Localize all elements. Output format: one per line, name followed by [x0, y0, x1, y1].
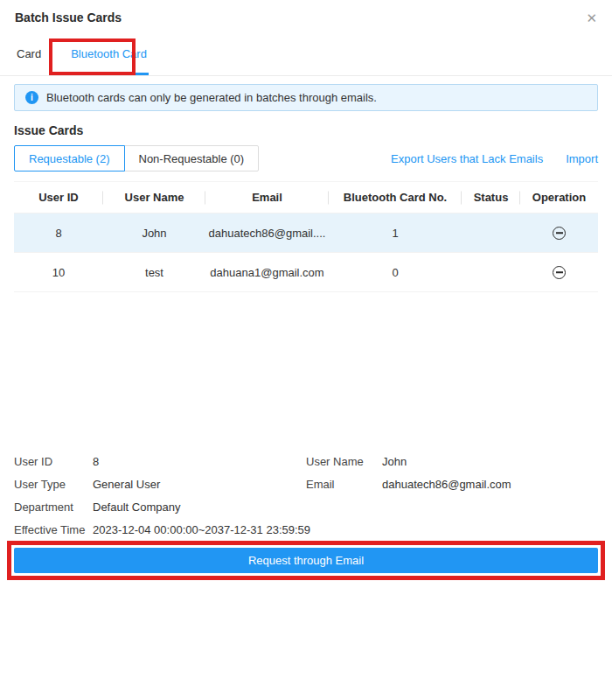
cell-user-id: 8: [14, 227, 103, 240]
detail-label: User ID: [14, 455, 93, 468]
info-icon: i: [25, 91, 38, 104]
column-header-user-name: User Name: [103, 191, 205, 204]
detail-row: Department Default Company: [14, 495, 598, 518]
export-users-link[interactable]: Export Users that Lack Emails: [391, 152, 543, 165]
column-header-user-id: User ID: [14, 191, 103, 204]
cell-card-no: 1: [329, 227, 462, 240]
tab-bar: Card Bluetooth Card: [0, 35, 612, 76]
detail-label: Department: [14, 500, 93, 514]
batch-issue-cards-dialog: Batch Issue Cards ✕ Card Bluetooth Card …: [0, 0, 612, 700]
detail-value: dahuatech86@gmail.com: [382, 478, 598, 491]
detail-value: 2023-12-04 00:00:00~2037-12-31 23:59:59: [93, 523, 310, 536]
detail-row: User ID 8 User Name John: [14, 450, 598, 472]
detail-value: 8: [93, 455, 306, 468]
filter-segmented-control: Requestable (2) Non-Requestable (0): [14, 145, 259, 172]
remove-row-icon[interactable]: [553, 266, 566, 279]
info-banner-text: Bluetooth cards can only be generated in…: [46, 91, 377, 104]
info-banner: i Bluetooth cards can only be generated …: [14, 84, 598, 111]
detail-label: Effective Time: [14, 523, 93, 536]
detail-label: User Name: [306, 455, 382, 468]
detail-row: User Type General User Email dahuatech86…: [14, 472, 598, 495]
request-through-email-button[interactable]: Request through Email: [14, 548, 598, 573]
red-annotation-box-button: Request through Email: [7, 541, 605, 580]
table-row[interactable]: 8 John dahuatech86@gmail.... 1: [14, 214, 598, 253]
remove-row-icon[interactable]: [553, 227, 566, 240]
table-row[interactable]: 10 test dahuana1@gmail.com 0: [14, 253, 598, 292]
import-link[interactable]: Import: [566, 152, 598, 165]
close-icon[interactable]: ✕: [586, 11, 597, 24]
dialog-title: Batch Issue Cards: [15, 10, 122, 24]
column-header-operation: Operation: [520, 191, 598, 204]
links-group: Export Users that Lack Emails Import: [391, 152, 598, 165]
cell-email: dahuatech86@gmail....: [205, 227, 329, 240]
column-header-status: Status: [462, 191, 520, 204]
detail-label: User Type: [14, 478, 93, 491]
dialog-header: Batch Issue Cards ✕: [0, 0, 612, 35]
user-details-panel: User ID 8 User Name John User Type Gener…: [14, 450, 598, 541]
cell-user-id: 10: [14, 266, 103, 279]
controls-row: Requestable (2) Non-Requestable (0) Expo…: [14, 145, 598, 172]
cell-user-name: John: [103, 227, 205, 240]
detail-value: General User: [93, 478, 306, 491]
tab-card[interactable]: Card: [15, 35, 43, 75]
cell-user-name: test: [103, 266, 205, 279]
section-title-issue-cards: Issue Cards: [14, 123, 598, 137]
cell-email: dahuana1@gmail.com: [205, 266, 329, 279]
filter-non-requestable-button[interactable]: Non-Requestable (0): [124, 145, 260, 172]
detail-value: Default Company: [93, 500, 306, 514]
tab-bluetooth-card[interactable]: Bluetooth Card: [69, 35, 149, 75]
column-header-email: Email: [205, 191, 329, 204]
detail-row: Effective Time 2023-12-04 00:00:00~2037-…: [14, 518, 598, 541]
users-table: User ID User Name Email Bluetooth Card N…: [14, 181, 598, 292]
filter-requestable-button[interactable]: Requestable (2): [14, 145, 125, 172]
table-header-row: User ID User Name Email Bluetooth Card N…: [14, 182, 598, 214]
column-header-card-no: Bluetooth Card No.: [329, 191, 462, 204]
detail-label: Email: [306, 478, 382, 491]
detail-value: John: [382, 455, 598, 468]
cell-card-no: 0: [329, 266, 462, 279]
